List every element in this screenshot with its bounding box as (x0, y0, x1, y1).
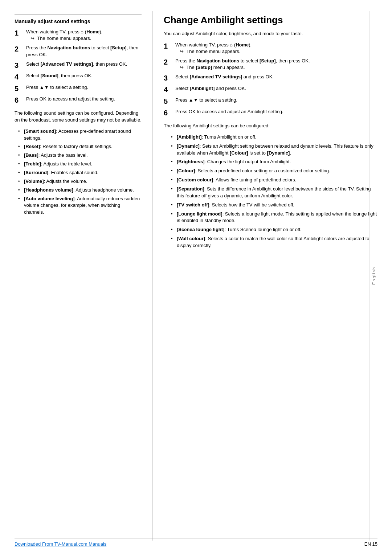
left-description: The following sound settings can be conf… (15, 110, 142, 124)
footer: Downloaded From TV-Manual.com Manuals EN… (15, 538, 377, 547)
right-step-1: 1 When watching TV, press ⌂ (Home). ↪ Th… (164, 42, 377, 55)
bullet-lounge-light: [Lounge light mood]: Selects a lounge li… (171, 211, 377, 225)
step-number-1: 1 (15, 29, 25, 37)
right-column: Change Ambilight settings You can adjust… (152, 11, 377, 541)
step-number-4: 4 (15, 73, 25, 81)
right-step-6: 6 Press OK to access and adjust an Ambil… (164, 108, 377, 117)
left-column: Manually adjust sound settings 1 When wa… (15, 11, 152, 541)
language-sidebar: English (369, 11, 377, 541)
left-step-5: 5 Press ▲▼ to select a setting. (15, 84, 142, 93)
bullet-custom-colour: [Custom colour]: Allows fine tuning of p… (171, 177, 377, 184)
step-content-4: Select [Sound], then press OK. (26, 73, 142, 79)
left-step-2: 2 Press the Navigation buttons to select… (15, 45, 142, 58)
right-step-number-1: 1 (164, 42, 174, 50)
bullet-headphones: [Headphones volume]: Adjusts headphone v… (18, 187, 142, 194)
bullet-volume: [Volume]: Adjusts the volume. (18, 178, 142, 185)
step-content-1: When watching TV, press ⌂ (Home). ↪ The … (26, 29, 142, 42)
step-number-3: 3 (15, 61, 25, 70)
right-step-content-6: Press OK to access and adjust an Ambilig… (175, 108, 377, 115)
left-step-1: 1 When watching TV, press ⌂ (Home). ↪ Th… (15, 29, 142, 42)
step-content-3: Select [Advanced TV settings], then pres… (26, 61, 142, 67)
right-step-content-2: Press the Navigation buttons to select [… (175, 58, 377, 71)
left-step-3: 3 Select [Advanced TV settings], then pr… (15, 61, 142, 70)
language-label: English (372, 267, 376, 285)
home-label-left-1: Home (86, 29, 99, 34)
bullet-bass: [Bass]: Adjusts the bass level. (18, 152, 142, 159)
right-step-2: 2 Press the Navigation buttons to select… (164, 58, 377, 71)
bullet-ambilight: [Ambilight]: Turns Ambilight on or off. (171, 134, 377, 141)
bullet-reset: [Reset]: Resets to factory default setti… (18, 143, 142, 150)
right-step-number-6: 6 (164, 108, 174, 117)
step-content-6: Press OK to access and adjust the settin… (26, 96, 142, 102)
right-step-number-4: 4 (164, 85, 174, 94)
right-step-5: 5 Press ▲▼ to select a setting. (164, 97, 377, 106)
right-home-icon-1: ⌂ (230, 42, 233, 48)
step-sub-1: ↪ The home menu appears. (26, 35, 142, 42)
right-steps-list: 1 When watching TV, press ⌂ (Home). ↪ Th… (164, 42, 377, 118)
right-step-number-3: 3 (164, 74, 174, 82)
right-step-number-5: 5 (164, 97, 174, 106)
right-step-sub-2: ↪ The [Setup] menu appears. (175, 64, 377, 71)
bullet-treble: [Treble]: Adjusts the treble level. (18, 161, 142, 168)
left-section-title: Manually adjust sound settings (15, 19, 142, 24)
left-steps-list: 1 When watching TV, press ⌂ (Home). ↪ Th… (15, 29, 142, 104)
right-step-content-1: When watching TV, press ⌂ (Home). ↪ The … (175, 42, 377, 55)
bullet-smart-sound: [Smart sound]: Accesses pre-defined smar… (18, 128, 142, 142)
step-content-5: Press ▲▼ to select a setting. (26, 84, 142, 91)
bullet-auto-volume: [Auto volume leveling]: Automatically re… (18, 196, 142, 216)
right-description: The following Ambilight settings can be … (164, 122, 377, 130)
right-intro: You can adjust Ambilight color, brightne… (164, 30, 377, 37)
right-step-content-5: Press ▲▼ to select a setting. (175, 97, 377, 103)
right-home-label-1: Home (236, 42, 249, 48)
bullet-tv-switch-off: [TV switch off]: Selects how the TV will… (171, 202, 377, 209)
right-step-content-4: Select [Ambilight] and press OK. (175, 85, 377, 92)
bullet-dynamic: [Dynamic]: Sets an Ambilight setting bet… (171, 143, 377, 157)
bullet-scenea: [Scenea lounge light]: Turns Scenea loun… (171, 226, 377, 233)
footer-page-number: EN 15 (364, 541, 377, 547)
bullet-surround: [Surround]: Enables spatial sound. (18, 169, 142, 176)
right-step-content-3: Select [Advanced TV settings] and press … (175, 74, 377, 80)
bullet-colour: [Colour]: Selects a predefined color set… (171, 168, 377, 175)
right-step-3: 3 Select [Advanced TV settings] and pres… (164, 74, 377, 82)
left-step-6: 6 Press OK to access and adjust the sett… (15, 96, 142, 104)
step-content-2: Press the Navigation buttons to select [… (26, 45, 142, 58)
right-step-number-2: 2 (164, 58, 174, 66)
footer-link[interactable]: Downloaded From TV-Manual.com Manuals (15, 541, 106, 547)
step-number-5: 5 (15, 84, 25, 93)
left-step-4: 4 Select [Sound], then press OK. (15, 73, 142, 81)
right-section-title: Change Ambilight settings (164, 15, 377, 26)
right-step-sub-1: ↪ The home menu appears. (175, 48, 377, 55)
bullet-separation: [Separation]: Sets the difference in Amb… (171, 186, 377, 200)
bullet-wall-colour: [Wall colour]: Selects a color to match … (171, 235, 377, 249)
left-bullet-list: [Smart sound]: Accesses pre-defined smar… (18, 128, 142, 216)
step-number-2: 2 (15, 45, 25, 53)
bullet-brightness: [Brightness]: Changes the light output f… (171, 159, 377, 165)
step-number-6: 6 (15, 96, 25, 104)
right-bullet-list: [Ambilight]: Turns Ambilight on or off. … (171, 134, 377, 249)
home-icon-left-1: ⌂ (81, 29, 83, 34)
right-step-4: 4 Select [Ambilight] and press OK. (164, 85, 377, 94)
